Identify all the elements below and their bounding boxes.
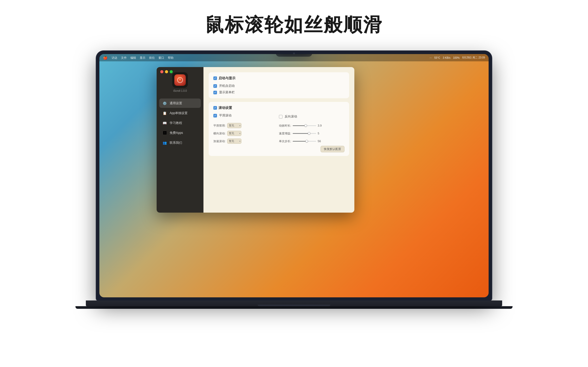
menu-window[interactable]: 窗口 bbox=[158, 56, 164, 60]
duration-thumb[interactable] bbox=[304, 124, 307, 127]
accel-dropdown[interactable]: 暂无 ▾ bbox=[227, 139, 241, 144]
sidebar-item-free-apps[interactable]: 🅰 免费Apps bbox=[159, 128, 201, 137]
close-button[interactable] bbox=[160, 70, 163, 73]
scroll-section-checkbox[interactable] bbox=[213, 106, 217, 110]
macbook-foot bbox=[75, 306, 513, 309]
free-apps-label: 免费Apps bbox=[170, 131, 183, 135]
contact-label: 联系我们 bbox=[170, 141, 182, 145]
step-size-fill bbox=[293, 141, 307, 142]
speed-boost-fill bbox=[293, 133, 309, 134]
app-icon-inner bbox=[174, 74, 186, 86]
autostart-label: 开机自启动 bbox=[219, 84, 235, 88]
step-size-slider[interactable] bbox=[293, 141, 316, 142]
menu-dots: ··· bbox=[430, 56, 432, 59]
smooth-disable-arrow: ▾ bbox=[239, 124, 240, 127]
app-specific-icon: 📋 bbox=[162, 110, 168, 116]
accel-label: 加速滚动: bbox=[213, 139, 226, 143]
accel-arrow: ▾ bbox=[239, 140, 240, 142]
main-content: 启动与显示 开机自启动 显示菜单栏 bbox=[203, 67, 354, 213]
macbook-base bbox=[86, 300, 502, 306]
sidebar-item-contact[interactable]: 👥 联系我们 bbox=[159, 138, 201, 147]
app-window: iScroll 1.0.0 ⚙️ 通用设置 📋 App单独设置 📖 学习教 bbox=[157, 67, 354, 213]
scroll-wheel-icon bbox=[177, 77, 183, 83]
menubar-label: 显示菜单栏 bbox=[219, 90, 235, 95]
menu-net: 3 KB/s bbox=[443, 56, 450, 59]
smooth-scroll-label: 平滑滚动 bbox=[219, 113, 232, 118]
smooth-scroll-checkbox[interactable] bbox=[213, 114, 217, 117]
scroll-section: 滚动设置 平滑滚动 反向滚动 bbox=[209, 102, 349, 156]
horizontal-row: 横向滚动: 暂无 ▾ bbox=[213, 131, 279, 136]
menubar: 🍎 访达 文件 编辑 显示 前往 窗口 帮助 ··· 55°C 3 KB/s 1… bbox=[99, 54, 489, 61]
smooth-disable-label: 平滑禁用: bbox=[213, 124, 226, 128]
smooth-disable-value: 暂无 bbox=[229, 124, 234, 127]
general-label: 通用设置 bbox=[170, 101, 182, 106]
menu-go[interactable]: 前往 bbox=[149, 56, 155, 60]
menubar-right: ··· 55°C 3 KB/s 100% 8月29日 周二 23:09 bbox=[430, 56, 485, 60]
menu-file[interactable]: 文件 bbox=[121, 56, 127, 60]
menu-finder[interactable]: 访达 bbox=[112, 56, 117, 60]
duration-value: 3.9 bbox=[318, 124, 324, 127]
scroll-params-grid: 平滑禁用: 暂无 ▾ 动效时长: bbox=[213, 123, 344, 144]
startup-title: 启动与显示 bbox=[219, 76, 235, 81]
startup-header: 启动与显示 bbox=[213, 76, 344, 81]
menubar-checkbox[interactable] bbox=[213, 91, 217, 94]
startup-section-checkbox[interactable] bbox=[213, 76, 217, 80]
app-icon bbox=[172, 72, 188, 88]
minimize-button[interactable] bbox=[165, 70, 168, 73]
horizontal-arrow: ▾ bbox=[239, 132, 240, 135]
duration-fill bbox=[293, 125, 306, 126]
speed-boost-value: 5 bbox=[318, 132, 324, 135]
reset-btn-wrapper: 恢复默认配置 bbox=[213, 146, 344, 152]
speed-boost-label: 速度增益: bbox=[279, 132, 291, 135]
page-title: 鼠标滚轮如丝般顺滑 bbox=[205, 12, 383, 37]
menu-help[interactable]: 帮助 bbox=[168, 56, 174, 60]
horizontal-dropdown[interactable]: 暂无 ▾ bbox=[227, 131, 241, 136]
sidebar-item-app-specific[interactable]: 📋 App单独设置 bbox=[159, 108, 201, 118]
step-size-row: 单次步长: 56 bbox=[279, 139, 344, 144]
smooth-disable-dropdown[interactable]: 暂无 ▾ bbox=[227, 123, 241, 128]
duration-label: 动效时长: bbox=[279, 124, 291, 128]
speed-boost-slider[interactable] bbox=[293, 133, 316, 134]
tutorial-label: 学习教程 bbox=[170, 121, 182, 125]
menu-edit[interactable]: 编辑 bbox=[130, 56, 136, 60]
traffic-lights bbox=[160, 70, 173, 73]
sidebar-nav: ⚙️ 通用设置 📋 App单独设置 📖 学习教程 🅰 bbox=[157, 99, 203, 147]
general-icon: ⚙️ bbox=[162, 100, 168, 106]
reverse-scroll-checkbox[interactable] bbox=[279, 115, 283, 119]
smooth-scroll-row: 平滑滚动 bbox=[213, 113, 279, 118]
duration-slider[interactable] bbox=[293, 125, 316, 126]
scroll-top-options: 平滑滚动 反向滚动 bbox=[213, 113, 344, 120]
menu-view[interactable]: 显示 bbox=[140, 56, 145, 60]
speed-boost-thumb[interactable] bbox=[308, 132, 310, 135]
menubar-row: 显示菜单栏 bbox=[213, 90, 344, 95]
contact-icon: 👥 bbox=[162, 140, 168, 146]
accel-row: 加速滚动: 暂无 ▾ bbox=[213, 139, 279, 144]
macbook-wrapper: 🍎 访达 文件 编辑 显示 前往 窗口 帮助 ··· 55°C 3 KB/s 1… bbox=[75, 51, 513, 326]
menu-datetime: 8月29日 周二 23:09 bbox=[462, 56, 485, 60]
duration-row: 动效时长: 3.9 bbox=[279, 123, 344, 128]
maximize-button[interactable] bbox=[170, 70, 173, 73]
menubar-left: 🍎 访达 文件 编辑 显示 前往 窗口 帮助 bbox=[103, 56, 174, 60]
speed-boost-row: 速度增益: 5 bbox=[279, 131, 344, 136]
autostart-checkbox[interactable] bbox=[213, 84, 217, 88]
horizontal-label: 横向滚动: bbox=[213, 132, 226, 135]
scroll-header: 滚动设置 bbox=[213, 106, 344, 110]
sidebar-item-general[interactable]: ⚙️ 通用设置 bbox=[159, 99, 201, 108]
sidebar-item-tutorial[interactable]: 📖 学习教程 bbox=[159, 118, 201, 128]
step-size-thumb[interactable] bbox=[305, 140, 308, 142]
reset-defaults-button[interactable]: 恢复默认配置 bbox=[321, 146, 344, 152]
reverse-scroll-row: 反向滚动 bbox=[279, 113, 344, 120]
tutorial-icon: 📖 bbox=[162, 120, 168, 126]
step-size-value: 56 bbox=[318, 140, 324, 143]
free-apps-icon: 🅰 bbox=[162, 130, 168, 136]
autostart-row: 开机自启动 bbox=[213, 84, 344, 88]
app-specific-label: App单独设置 bbox=[170, 111, 188, 115]
accel-value: 暂无 bbox=[229, 139, 234, 143]
apple-menu[interactable]: 🍎 bbox=[103, 56, 107, 60]
step-size-label: 单次步长: bbox=[279, 139, 291, 143]
sidebar: iScroll 1.0.0 ⚙️ 通用设置 📋 App单独设置 📖 学习教 bbox=[157, 67, 203, 213]
menu-battery: 100% bbox=[453, 56, 460, 59]
reverse-scroll-label: 反向滚动 bbox=[285, 114, 297, 119]
menu-temp: 55°C bbox=[434, 56, 440, 59]
macbook-screen: 🍎 访达 文件 编辑 显示 前往 窗口 帮助 ··· 55°C 3 KB/s 1… bbox=[96, 51, 492, 300]
